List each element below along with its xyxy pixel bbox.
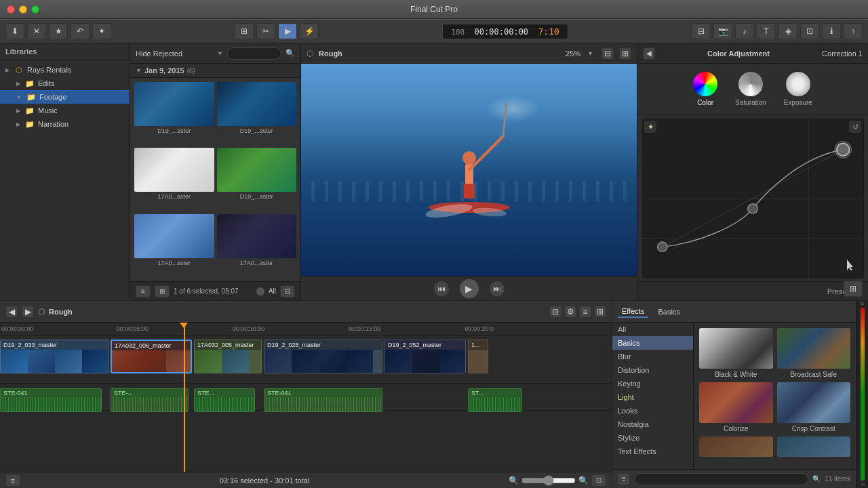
audio-clip-a4[interactable]: STE-041 [264, 388, 382, 412]
viewer-prev-button[interactable]: ⏮ [434, 281, 449, 296]
cat-text-effects[interactable]: Text Effects [612, 445, 693, 458]
sidebar-item-edits[interactable]: ▶ 📁 Edits [0, 77, 130, 90]
thumbnail-17a0-1[interactable]: 17A0...aster [134, 148, 214, 211]
timeline-zoom-out[interactable]: ⊟ [549, 306, 561, 318]
timeline-tracks[interactable]: D19_2_033_master 17A032_006_master [0, 336, 612, 472]
browser-view-all[interactable]: All [269, 287, 276, 295]
enhance-button[interactable]: ✦ [92, 23, 111, 39]
transition-button[interactable]: ⊡ [800, 23, 819, 39]
timeline-append[interactable]: ⊞ [594, 306, 606, 318]
window-controls[interactable] [7, 5, 39, 14]
clip-view-button[interactable]: ⊟ [692, 23, 711, 39]
folder-icon: 📁 [26, 92, 36, 102]
tab-saturation[interactable]: Saturation [730, 69, 772, 109]
cat-stylize[interactable]: Stylize [612, 431, 693, 445]
timeline-forward-button[interactable]: ▶ [22, 306, 34, 318]
trim-button[interactable]: ✂ [256, 23, 275, 39]
chevron-down-icon[interactable]: ▼ [587, 50, 593, 57]
audio-clip-a1[interactable]: STE-041 [0, 388, 102, 412]
photo-button[interactable]: 📷 [713, 23, 732, 39]
effects-search-input[interactable] [634, 473, 808, 485]
share-button[interactable]: ↑ [844, 23, 863, 39]
video-clip-v2[interactable]: 17A032_006_master [111, 340, 192, 373]
favorite-button[interactable]: ★ [49, 23, 68, 39]
viewer-fullscreen-button[interactable]: ⊞ [619, 47, 631, 60]
inspector-back-button[interactable]: ◀ [643, 47, 655, 60]
tab-basics[interactable]: Basics [654, 306, 684, 317]
thumbnail-17a0-2[interactable]: 17A0...aster [134, 214, 214, 277]
grid-view-button[interactable]: ⊞ [155, 285, 170, 298]
audio-clip-a2[interactable]: STE-... [111, 388, 189, 412]
tab-color[interactable]: Color [688, 69, 723, 109]
sidebar-item-music[interactable]: ▶ 📁 Music [0, 104, 130, 117]
sidebar-item-footage[interactable]: ▼ 📁 Footage [0, 90, 130, 104]
timeline-back-button[interactable]: ◀ [5, 306, 18, 318]
video-clip-v6[interactable]: 1... [468, 340, 488, 373]
thumbnail-d19-1[interactable]: D19_...aster [134, 82, 214, 145]
effect-bw[interactable]: Black & White [699, 328, 773, 378]
thumbnail-d19-2[interactable]: D19_...aster [217, 82, 297, 145]
import-button[interactable]: ⬇ [5, 23, 24, 39]
blade-button[interactable]: ⚡ [300, 23, 319, 39]
effect-broadcast[interactable]: Broadcast Safe [777, 328, 851, 378]
sidebar-item-rays-rentals[interactable]: ▶ ⬡ Rays Rentals [0, 63, 130, 77]
tab-exposure[interactable]: Exposure [778, 69, 818, 109]
hide-rejected-label[interactable]: Hide Rejected [136, 49, 213, 58]
music-button[interactable]: ♪ [735, 23, 754, 39]
cat-keying[interactable]: Keying [612, 377, 693, 390]
audio-clip-a5[interactable]: ST... [468, 388, 522, 412]
ruler-mark-3: 00:00:15:00 [349, 325, 381, 332]
effect-partial-2[interactable] [777, 436, 851, 457]
timeline-view-toggle[interactable]: ≡ [579, 306, 591, 318]
audio-clip-a3[interactable]: STE... [194, 388, 255, 412]
video-clip-v3[interactable]: 17A032_005_master [194, 340, 262, 373]
video-clip-v1[interactable]: D19_2_033_master [0, 340, 108, 373]
sidebar-item-label: Music [38, 106, 58, 115]
fit-to-window-button[interactable]: ⊡ [591, 474, 606, 487]
title-button[interactable]: T [757, 23, 776, 39]
list-view-button[interactable]: ≡ [136, 285, 151, 298]
effect-colorize[interactable]: Colorize [699, 382, 773, 432]
sidebar-item-narration[interactable]: ▶ 📁 Narration [0, 117, 130, 131]
timeline-list-view[interactable]: ≡ [5, 474, 20, 487]
cat-all[interactable]: All [612, 323, 693, 336]
cat-looks[interactable]: Looks [612, 404, 693, 418]
browser-search-input[interactable] [227, 47, 281, 60]
viewer-play-button[interactable]: ▶ [460, 279, 479, 298]
viewer-fullscreen-toggle[interactable]: ⊞ [844, 281, 863, 297]
viewer-settings-button[interactable]: ⊟ [601, 47, 614, 60]
minimize-button[interactable] [19, 5, 27, 14]
thumbnail-d19-3[interactable]: D19_...aster [217, 148, 297, 211]
expand-icon: ▶ [16, 121, 20, 127]
zoom-in-icon[interactable]: 🔍 [578, 476, 589, 485]
viewer-panel: ⬡ Rough 25% ▼ ⊟ ⊞ [301, 43, 637, 300]
zoom-slider[interactable] [521, 475, 576, 486]
reject-button[interactable]: ✕ [27, 23, 46, 39]
effect-crisp-contrast[interactable]: Crisp Contrast [777, 382, 851, 432]
maximize-button[interactable] [31, 5, 39, 14]
thumb-image [134, 82, 214, 126]
cat-distortion[interactable]: Distortion [612, 363, 693, 377]
undo-button[interactable]: ↶ [71, 23, 90, 39]
timeline-settings[interactable]: ⚙ [564, 306, 576, 318]
cat-basics[interactable]: Basics [612, 336, 693, 350]
viewer-next-button[interactable]: ⏭ [490, 281, 505, 296]
inspector-button[interactable]: ℹ [822, 23, 841, 39]
toolbar-right: ⊟ 📷 ♪ T ◈ ⊡ ℹ ↑ [692, 23, 863, 39]
browser-settings-button[interactable]: ⊟ [280, 285, 295, 298]
select-button[interactable]: ▶ [278, 23, 297, 39]
tab-effects[interactable]: Effects [618, 306, 648, 318]
cat-light[interactable]: Light [612, 390, 693, 404]
transform-button[interactable]: ⊞ [235, 23, 254, 39]
cat-blur[interactable]: Blur [612, 350, 693, 363]
video-clip-v5[interactable]: D19_2_052_master [384, 340, 466, 373]
zoom-out-icon[interactable]: 🔍 [509, 476, 519, 485]
thumbnail-17a0-3[interactable]: 17A0...aster [217, 214, 297, 277]
cat-nostalgia[interactable]: Nostalgia [612, 418, 693, 431]
inspector-toolbar: ◀ Color Adjustment Correction 1 [637, 43, 868, 64]
effects-list-view[interactable]: ≡ [618, 473, 630, 485]
close-button[interactable] [7, 5, 15, 14]
effect-partial-1[interactable] [699, 436, 773, 457]
generator-button[interactable]: ◈ [778, 23, 797, 39]
video-clip-v4[interactable]: D19_2_028_master [264, 340, 382, 373]
